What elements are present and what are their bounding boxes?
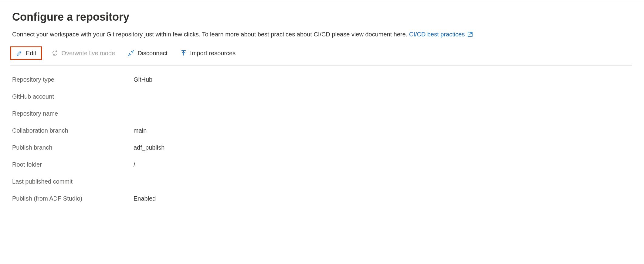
field-row: Root folder / [12, 156, 632, 173]
plug-disconnect-icon [128, 50, 134, 56]
field-value-repository-type: GitHub [134, 75, 152, 84]
disconnect-button[interactable]: Disconnect [125, 48, 171, 58]
field-label-repository-name: Repository name [12, 109, 134, 118]
field-label-root-folder: Root folder [12, 160, 134, 169]
subtitle-text: Connect your workspace with your Git rep… [12, 31, 409, 38]
field-value-collaboration-branch: main [134, 126, 147, 135]
field-label-publish-adf-studio: Publish (from ADF Studio) [12, 194, 134, 203]
field-row: GitHub account [12, 88, 632, 105]
page-subtitle: Connect your workspace with your Git rep… [12, 30, 632, 39]
import-resources-button[interactable]: Import resources [177, 48, 239, 58]
field-value-publish-branch: adf_publish [134, 143, 164, 152]
field-label-last-published-commit: Last published commit [12, 177, 134, 186]
svg-line-1 [469, 33, 472, 35]
overwrite-live-mode-button: Overwrite live mode [49, 48, 118, 58]
field-row: Publish (from ADF Studio) Enabled [12, 190, 632, 207]
field-label-github-account: GitHub account [12, 92, 134, 101]
field-row: Last published commit [12, 173, 632, 190]
upload-arrow-icon [180, 50, 187, 56]
disconnect-label: Disconnect [137, 50, 168, 56]
field-value-root-folder: / [134, 160, 135, 169]
external-link-icon [467, 31, 473, 37]
edit-highlight: Edit [10, 46, 42, 60]
toolbar: Edit Overwrite live mode [10, 46, 632, 66]
field-label-publish-branch: Publish branch [12, 143, 134, 152]
pencil-icon [16, 50, 23, 56]
field-row: Collaboration branch main [12, 122, 632, 139]
field-value-publish-adf-studio: Enabled [134, 194, 156, 203]
edit-label: Edit [26, 50, 36, 56]
page: Configure a repository Connect your work… [0, 0, 644, 264]
repository-details: Repository type GitHub GitHub account Re… [12, 71, 632, 207]
field-row: Publish branch adf_publish [12, 139, 632, 156]
refresh-icon [52, 50, 58, 56]
field-label-collaboration-branch: Collaboration branch [12, 126, 134, 135]
import-label: Import resources [190, 50, 236, 56]
field-row: Repository name [12, 105, 632, 122]
field-label-repository-type: Repository type [12, 75, 134, 84]
edit-button[interactable]: Edit [13, 48, 39, 58]
field-row: Repository type GitHub [12, 71, 632, 88]
cicd-best-practices-link[interactable]: CI/CD best practices [409, 30, 473, 39]
overwrite-label: Overwrite live mode [61, 50, 115, 56]
page-title: Configure a repository [12, 9, 632, 25]
svg-line-2 [128, 55, 130, 56]
svg-line-3 [133, 50, 134, 52]
cicd-link-label: CI/CD best practices [409, 30, 465, 39]
